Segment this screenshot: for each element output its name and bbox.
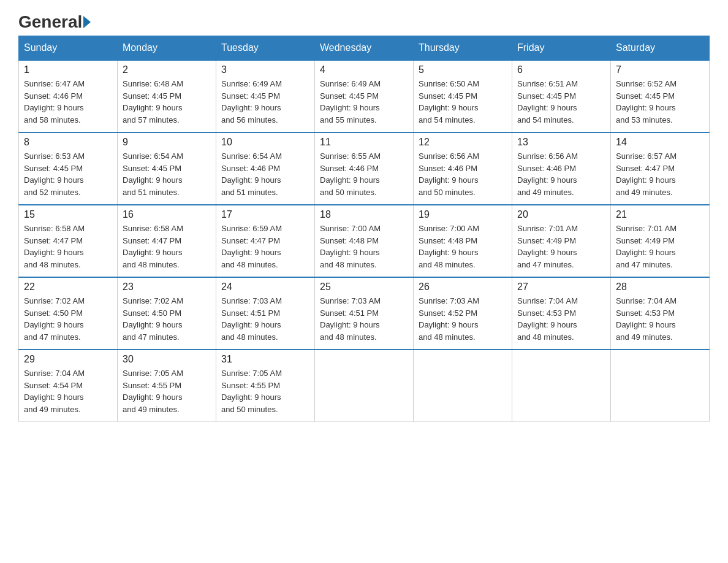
- day-number: 13: [517, 137, 605, 148]
- calendar-day-16: 16 Sunrise: 6:58 AMSunset: 4:47 PMDaylig…: [118, 205, 216, 277]
- calendar-day-22: 22 Sunrise: 7:02 AMSunset: 4:50 PMDaylig…: [19, 277, 118, 350]
- calendar-table: SundayMondayTuesdayWednesdayThursdayFrid…: [18, 36, 710, 422]
- day-number: 11: [320, 137, 408, 148]
- calendar-day-30: 30 Sunrise: 7:05 AMSunset: 4:55 PMDaylig…: [118, 350, 216, 422]
- calendar-day-29: 29 Sunrise: 7:04 AMSunset: 4:54 PMDaylig…: [19, 350, 118, 422]
- day-info: Sunrise: 6:57 AMSunset: 4:47 PMDaylight:…: [616, 150, 704, 198]
- day-info: Sunrise: 7:02 AMSunset: 4:50 PMDaylight:…: [24, 295, 112, 343]
- calendar-day-2: 2 Sunrise: 6:48 AMSunset: 4:45 PMDayligh…: [118, 60, 216, 132]
- calendar-day-15: 15 Sunrise: 6:58 AMSunset: 4:47 PMDaylig…: [19, 205, 118, 277]
- calendar-day-8: 8 Sunrise: 6:53 AMSunset: 4:45 PMDayligh…: [19, 132, 118, 205]
- calendar-header-friday: Friday: [512, 36, 611, 61]
- day-info: Sunrise: 7:01 AMSunset: 4:49 PMDaylight:…: [517, 223, 605, 270]
- calendar-day-1: 1 Sunrise: 6:47 AMSunset: 4:46 PMDayligh…: [19, 60, 118, 132]
- page-header: General: [18, 12, 710, 29]
- day-number: 20: [517, 209, 605, 220]
- day-number: 25: [320, 282, 408, 293]
- day-info: Sunrise: 6:58 AMSunset: 4:47 PMDaylight:…: [24, 223, 112, 270]
- day-info: Sunrise: 6:58 AMSunset: 4:47 PMDaylight:…: [123, 223, 211, 270]
- calendar-week-1: 1 Sunrise: 6:47 AMSunset: 4:46 PMDayligh…: [19, 60, 710, 132]
- calendar-header-wednesday: Wednesday: [315, 36, 414, 61]
- day-number: 12: [419, 137, 507, 148]
- day-number: 24: [221, 282, 309, 293]
- day-number: 4: [320, 64, 408, 75]
- calendar-day-25: 25 Sunrise: 7:03 AMSunset: 4:51 PMDaylig…: [315, 277, 414, 350]
- day-info: Sunrise: 7:04 AMSunset: 4:53 PMDaylight:…: [517, 295, 605, 343]
- day-info: Sunrise: 7:05 AMSunset: 4:55 PMDaylight:…: [123, 367, 211, 415]
- calendar-day-11: 11 Sunrise: 6:55 AMSunset: 4:46 PMDaylig…: [315, 132, 414, 205]
- calendar-day-26: 26 Sunrise: 7:03 AMSunset: 4:52 PMDaylig…: [414, 277, 512, 350]
- calendar-day-23: 23 Sunrise: 7:02 AMSunset: 4:50 PMDaylig…: [118, 277, 216, 350]
- day-info: Sunrise: 7:03 AMSunset: 4:51 PMDaylight:…: [320, 295, 408, 343]
- calendar-header-thursday: Thursday: [414, 36, 512, 61]
- logo-arrow-icon: [83, 16, 91, 28]
- day-info: Sunrise: 6:56 AMSunset: 4:46 PMDaylight:…: [419, 150, 507, 198]
- day-info: Sunrise: 6:59 AMSunset: 4:47 PMDaylight:…: [221, 223, 309, 270]
- day-number: 17: [221, 209, 309, 220]
- calendar-header-sunday: Sunday: [19, 36, 118, 61]
- day-info: Sunrise: 6:51 AMSunset: 4:45 PMDaylight:…: [517, 78, 605, 126]
- day-number: 28: [616, 282, 704, 293]
- calendar-header-tuesday: Tuesday: [216, 36, 315, 61]
- calendar-week-2: 8 Sunrise: 6:53 AMSunset: 4:45 PMDayligh…: [19, 132, 710, 205]
- day-info: Sunrise: 6:47 AMSunset: 4:46 PMDaylight:…: [24, 78, 112, 126]
- day-info: Sunrise: 6:54 AMSunset: 4:46 PMDaylight:…: [221, 150, 309, 198]
- calendar-day-3: 3 Sunrise: 6:49 AMSunset: 4:45 PMDayligh…: [216, 60, 315, 132]
- day-number: 23: [123, 282, 211, 293]
- calendar-day-28: 28 Sunrise: 7:04 AMSunset: 4:53 PMDaylig…: [611, 277, 710, 350]
- day-info: Sunrise: 7:01 AMSunset: 4:49 PMDaylight:…: [616, 223, 704, 270]
- calendar-day-10: 10 Sunrise: 6:54 AMSunset: 4:46 PMDaylig…: [216, 132, 315, 205]
- day-number: 7: [616, 64, 704, 75]
- day-number: 8: [24, 137, 112, 148]
- day-number: 5: [419, 64, 507, 75]
- calendar-day-6: 6 Sunrise: 6:51 AMSunset: 4:45 PMDayligh…: [512, 60, 611, 132]
- calendar-header-row: SundayMondayTuesdayWednesdayThursdayFrid…: [19, 36, 710, 61]
- day-info: Sunrise: 7:05 AMSunset: 4:55 PMDaylight:…: [221, 367, 309, 415]
- day-info: Sunrise: 7:03 AMSunset: 4:51 PMDaylight:…: [221, 295, 309, 343]
- calendar-header-saturday: Saturday: [611, 36, 710, 61]
- day-number: 3: [221, 64, 309, 75]
- day-info: Sunrise: 6:52 AMSunset: 4:45 PMDaylight:…: [616, 78, 704, 126]
- day-number: 10: [221, 137, 309, 148]
- day-number: 9: [123, 137, 211, 148]
- day-info: Sunrise: 7:03 AMSunset: 4:52 PMDaylight:…: [419, 295, 507, 343]
- calendar-day-18: 18 Sunrise: 7:00 AMSunset: 4:48 PMDaylig…: [315, 205, 414, 277]
- day-number: 2: [123, 64, 211, 75]
- logo: General: [18, 12, 92, 29]
- day-number: 16: [123, 209, 211, 220]
- day-number: 15: [24, 209, 112, 220]
- empty-cell: [512, 350, 611, 422]
- calendar-day-5: 5 Sunrise: 6:50 AMSunset: 4:45 PMDayligh…: [414, 60, 512, 132]
- day-number: 19: [419, 209, 507, 220]
- day-info: Sunrise: 7:00 AMSunset: 4:48 PMDaylight:…: [419, 223, 507, 270]
- calendar-day-12: 12 Sunrise: 6:56 AMSunset: 4:46 PMDaylig…: [414, 132, 512, 205]
- day-info: Sunrise: 6:49 AMSunset: 4:45 PMDaylight:…: [221, 78, 309, 126]
- calendar-week-3: 15 Sunrise: 6:58 AMSunset: 4:47 PMDaylig…: [19, 205, 710, 277]
- day-number: 29: [24, 354, 112, 365]
- day-number: 6: [517, 64, 605, 75]
- day-number: 22: [24, 282, 112, 293]
- day-number: 21: [616, 209, 704, 220]
- day-number: 1: [24, 64, 112, 75]
- calendar-day-19: 19 Sunrise: 7:00 AMSunset: 4:48 PMDaylig…: [414, 205, 512, 277]
- calendar-day-13: 13 Sunrise: 6:56 AMSunset: 4:46 PMDaylig…: [512, 132, 611, 205]
- day-info: Sunrise: 6:53 AMSunset: 4:45 PMDaylight:…: [24, 150, 112, 198]
- day-number: 30: [123, 354, 211, 365]
- day-info: Sunrise: 6:48 AMSunset: 4:45 PMDaylight:…: [123, 78, 211, 126]
- empty-cell: [315, 350, 414, 422]
- calendar-week-5: 29 Sunrise: 7:04 AMSunset: 4:54 PMDaylig…: [19, 350, 710, 422]
- calendar-day-20: 20 Sunrise: 7:01 AMSunset: 4:49 PMDaylig…: [512, 205, 611, 277]
- calendar-day-14: 14 Sunrise: 6:57 AMSunset: 4:47 PMDaylig…: [611, 132, 710, 205]
- day-number: 26: [419, 282, 507, 293]
- day-info: Sunrise: 6:55 AMSunset: 4:46 PMDaylight:…: [320, 150, 408, 198]
- empty-cell: [414, 350, 512, 422]
- calendar-day-31: 31 Sunrise: 7:05 AMSunset: 4:55 PMDaylig…: [216, 350, 315, 422]
- day-number: 31: [221, 354, 309, 365]
- empty-cell: [611, 350, 710, 422]
- calendar-day-17: 17 Sunrise: 6:59 AMSunset: 4:47 PMDaylig…: [216, 205, 315, 277]
- day-info: Sunrise: 7:00 AMSunset: 4:48 PMDaylight:…: [320, 223, 408, 270]
- day-info: Sunrise: 6:50 AMSunset: 4:45 PMDaylight:…: [419, 78, 507, 126]
- day-info: Sunrise: 7:02 AMSunset: 4:50 PMDaylight:…: [123, 295, 211, 343]
- calendar-day-24: 24 Sunrise: 7:03 AMSunset: 4:51 PMDaylig…: [216, 277, 315, 350]
- day-number: 27: [517, 282, 605, 293]
